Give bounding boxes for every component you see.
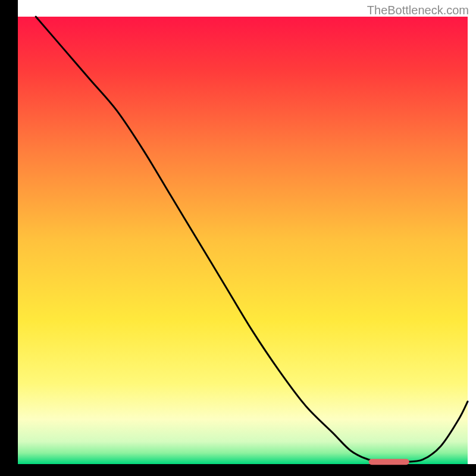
x-axis-bar xyxy=(0,464,476,476)
optimal-zone-marker xyxy=(369,459,409,465)
watermark-label: TheBottleneck.com xyxy=(367,4,469,17)
chart-svg xyxy=(0,0,476,476)
plot-background xyxy=(18,17,468,464)
y-axis-bar xyxy=(0,0,18,476)
bottleneck-chart: TheBottleneck.com xyxy=(0,0,476,476)
